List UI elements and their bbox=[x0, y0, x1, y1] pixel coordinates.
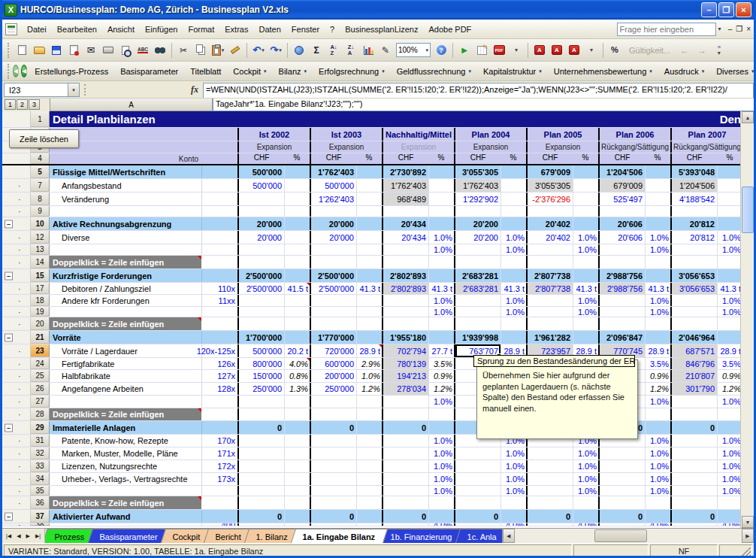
cell[interactable]: 4.0% bbox=[284, 358, 310, 369]
mail-icon[interactable]: ✉ bbox=[83, 42, 99, 59]
cell[interactable] bbox=[428, 217, 454, 230]
row-label-cell[interactable] bbox=[50, 396, 237, 408]
cell[interactable] bbox=[428, 165, 454, 178]
nav-item-cockpit[interactable]: Cockpit▾ bbox=[228, 64, 271, 79]
row-header-31[interactable]: 31 bbox=[31, 435, 50, 447]
cell[interactable] bbox=[455, 523, 500, 526]
spelling-icon[interactable]: ABC bbox=[135, 42, 151, 59]
row-label-cell[interactable] bbox=[50, 486, 237, 496]
cell[interactable] bbox=[455, 460, 500, 472]
cell[interactable]: 1.0% bbox=[717, 460, 742, 472]
cell[interactable] bbox=[356, 206, 382, 217]
cell[interactable] bbox=[356, 317, 382, 330]
row-label-cell[interactable] bbox=[50, 307, 237, 317]
cell[interactable]: 1.0% bbox=[500, 447, 526, 459]
cell[interactable]: 2'683'281 bbox=[455, 283, 500, 294]
konto-cell[interactable] bbox=[201, 165, 237, 178]
cell[interactable]: 4.0% bbox=[573, 523, 598, 526]
cell[interactable] bbox=[311, 396, 356, 408]
cell[interactable]: 1.0% bbox=[428, 473, 454, 485]
cell[interactable] bbox=[311, 408, 356, 420]
cell[interactable] bbox=[311, 256, 356, 268]
row-label-cell[interactable]: Aktivierter Aufwand bbox=[50, 510, 237, 523]
copy-icon[interactable] bbox=[192, 42, 209, 59]
row-header-18[interactable]: 18 bbox=[31, 295, 50, 306]
cell[interactable] bbox=[239, 256, 284, 268]
konto-cell[interactable]: 173x bbox=[201, 473, 237, 485]
cell[interactable]: 1.0% bbox=[645, 307, 670, 317]
workbook-minimize-button[interactable]: ‒ bbox=[728, 25, 733, 33]
cell[interactable] bbox=[500, 317, 526, 330]
cell[interactable]: 2'988'756 bbox=[600, 269, 645, 282]
konto-cell[interactable] bbox=[201, 206, 237, 217]
cell[interactable] bbox=[383, 396, 428, 408]
cell[interactable] bbox=[600, 496, 645, 509]
acrobat-review-icon[interactable]: A bbox=[566, 42, 582, 59]
konto-cell[interactable] bbox=[201, 231, 237, 244]
cell[interactable]: 1.0% bbox=[717, 486, 742, 496]
konto-cell[interactable] bbox=[201, 510, 237, 523]
acrobat-email-icon[interactable]: A bbox=[549, 42, 565, 59]
cell[interactable] bbox=[500, 256, 526, 268]
row-header-34[interactable]: 34 bbox=[31, 473, 50, 485]
hyperlink-icon[interactable] bbox=[291, 42, 307, 59]
cell[interactable] bbox=[311, 486, 356, 496]
row-header-29[interactable]: 29 bbox=[31, 421, 50, 434]
cell[interactable] bbox=[428, 421, 454, 434]
chart-wizard-icon[interactable] bbox=[360, 42, 376, 59]
cell[interactable] bbox=[356, 165, 382, 178]
cell[interactable] bbox=[573, 217, 598, 230]
cell[interactable]: 1.0% bbox=[645, 447, 670, 459]
insert-row-hint-cell[interactable]: Doppelklick = Zeile einfügen bbox=[50, 317, 201, 330]
cell[interactable]: 1.0% bbox=[573, 447, 598, 459]
row-label-cell[interactable]: Urheber-, Verlags-, Vertragsrechte173x bbox=[50, 473, 237, 485]
cell[interactable]: 3'056'653 bbox=[672, 269, 717, 282]
cell[interactable] bbox=[284, 217, 310, 230]
cell[interactable] bbox=[528, 295, 573, 306]
cell[interactable] bbox=[645, 165, 670, 178]
cell[interactable]: 0.9% bbox=[717, 370, 742, 382]
row-label-cell[interactable]: Veränderung bbox=[50, 193, 237, 205]
nav-item-bilanz[interactable]: Bilanz▾ bbox=[274, 64, 312, 79]
konto-cell[interactable] bbox=[201, 331, 237, 344]
cell[interactable] bbox=[645, 179, 670, 192]
autosum-icon[interactable]: Σ bbox=[308, 42, 325, 59]
cell[interactable] bbox=[672, 206, 717, 217]
cell[interactable] bbox=[383, 473, 428, 485]
cell[interactable]: 0 bbox=[311, 510, 356, 523]
outline-collapse-icon[interactable]: – bbox=[5, 423, 13, 432]
delete-row-button[interactable]: Zeile löschen bbox=[9, 129, 79, 148]
cell[interactable] bbox=[284, 206, 310, 217]
row-label-cell[interactable]: Vorräte bbox=[50, 331, 237, 344]
cell[interactable] bbox=[600, 473, 645, 485]
nav-item-diverses[interactable]: Diverses▾ bbox=[711, 64, 756, 79]
research-icon[interactable] bbox=[152, 42, 168, 59]
row-label-cell[interactable]: Angefangene Arbeiten128x bbox=[50, 383, 237, 395]
cell[interactable] bbox=[383, 523, 428, 526]
cell[interactable]: 2'500'000 bbox=[311, 269, 356, 282]
cell[interactable]: 1.0% bbox=[356, 370, 382, 382]
cell[interactable]: 0 bbox=[600, 510, 645, 523]
cell[interactable]: 3.5% bbox=[645, 358, 670, 369]
cell[interactable] bbox=[356, 460, 382, 472]
cell[interactable]: 2'802'893 bbox=[383, 283, 428, 294]
cell[interactable] bbox=[500, 165, 526, 178]
cell[interactable] bbox=[717, 421, 742, 434]
cell[interactable]: 687'571 bbox=[672, 344, 717, 357]
formula-input-line2[interactable]: TageJahr*'1a. Eingabe Bilanz'!J23;"");""… bbox=[213, 99, 754, 111]
nav-item-erfolgsrechnung[interactable]: Erfolgsrechnung▾ bbox=[313, 64, 390, 79]
konto-cell[interactable]: 171x bbox=[201, 447, 237, 459]
cell[interactable] bbox=[356, 486, 382, 496]
sheet-tab-basisparameter[interactable]: Basisparameter bbox=[88, 529, 170, 543]
cell[interactable]: 1.2% bbox=[717, 383, 742, 395]
tab-first-icon[interactable]: |◀ bbox=[4, 532, 14, 541]
horizontal-scrollbar-thumb[interactable] bbox=[594, 529, 647, 542]
cell[interactable]: 1'961'282 bbox=[528, 331, 573, 344]
cell[interactable] bbox=[500, 331, 526, 344]
cell[interactable] bbox=[645, 217, 670, 230]
cell[interactable]: 20'606 bbox=[600, 217, 645, 230]
row-header-19[interactable]: 19 bbox=[31, 307, 50, 317]
cell[interactable]: 500'000 bbox=[239, 165, 284, 178]
name-box[interactable]: I23 bbox=[4, 83, 68, 97]
menu-item-ansicht[interactable]: Ansicht bbox=[102, 22, 140, 37]
